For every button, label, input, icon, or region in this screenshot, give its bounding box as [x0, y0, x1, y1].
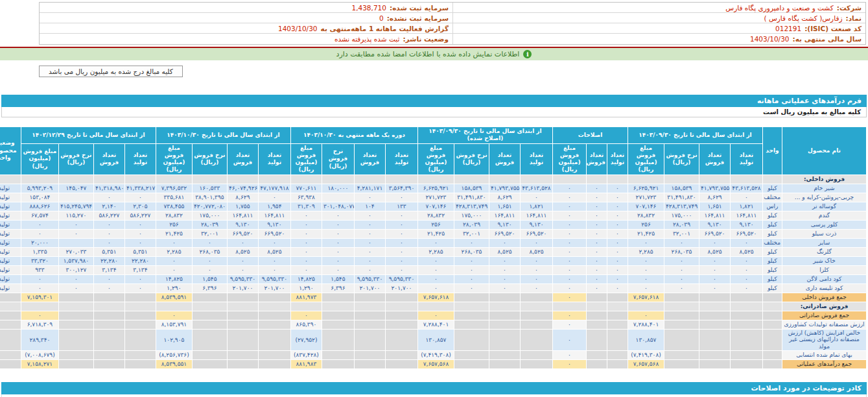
value-cell-13: ۱,۵۴۵	[322, 274, 354, 283]
value-cell-12: ۴,۲۸۱,۱۷۱	[354, 184, 385, 193]
value-cell-14: (۲۷,۹۵۲)	[290, 329, 322, 350]
isic-label: کد صنعت (ISIC):	[804, 25, 865, 32]
value-cell-11	[385, 174, 417, 184]
value-cell-2: ۰	[664, 283, 699, 293]
value-cell-10: ۶,۶۲۵,۹۲۱	[417, 184, 454, 193]
value-cell-15: ۰	[258, 256, 290, 265]
value-cell-6: ۰	[552, 202, 586, 211]
value-cell-1	[699, 311, 731, 320]
product-name-cell: خاک شیر	[782, 256, 867, 265]
value-cell-12: ۰	[354, 220, 385, 229]
value-cell-7	[520, 302, 552, 311]
value-cell-18: ۰	[156, 265, 192, 274]
table-row: گندمکیلو۱۶۴,۸۱۱۱۶۴,۸۱۱۱۷۵,۰۰۰۲۸,۸۳۲۰۰۰۱۶…	[0, 211, 867, 220]
sub-header-g0-c0: تعداد تولید	[731, 143, 763, 174]
value-cell-15: ۰	[258, 238, 290, 247]
status-cell: تولید	[0, 274, 21, 283]
value-cell-17: ۰	[192, 256, 227, 265]
value-cell-5: ۰	[587, 220, 607, 229]
value-cell-15	[258, 174, 290, 184]
value-cell-0: ۹,۱۳۰	[731, 220, 763, 229]
status-cell	[0, 359, 21, 368]
table-row: گلرنگکیلو۸,۵۲۵۸,۵۲۵۲۶۸,۰۳۵۲,۲۸۵۰۰۰۸,۵۲۵۸…	[0, 247, 867, 256]
value-cell-9	[454, 293, 489, 302]
value-cell-14: ۰	[290, 238, 322, 247]
value-cell-22: ۳۳,۳۲۰	[21, 256, 58, 265]
fiscal-year-value: 1403/10/30	[750, 35, 793, 43]
value-cell-22: ۸۸۸,۶۲۶	[21, 202, 58, 211]
value-cell-0	[731, 359, 763, 368]
value-cell-12: ۰	[354, 238, 385, 247]
sub-header-g0-c2: نرخ فروش (ریال)	[664, 143, 699, 174]
value-cell-0	[731, 311, 763, 320]
value-cell-2: ۱۵۸,۵۳۹	[664, 184, 699, 193]
value-cell-8: ۰	[489, 238, 520, 247]
product-name-cell: کود تلیسه داری	[782, 283, 867, 293]
value-cell-0: ۰	[731, 256, 763, 265]
value-cell-9	[454, 350, 489, 359]
value-cell-1: ۶۶۹,۵۲۰	[699, 229, 731, 238]
value-cell-6: ۰	[552, 311, 586, 320]
value-cell-21: ۱,۵۳۷,۹۸۰	[58, 256, 93, 265]
signature-match-text: اطلاعات نمایش داده شده با اطلاعات امضا ش…	[336, 50, 520, 58]
value-cell-10: ۷۰۷,۱۴۶	[417, 202, 454, 211]
product-name-cell: سایر	[782, 238, 867, 247]
column-group-header-0: از ابتدای سال مالی تا تاریخ ۱۴۰۳/۰۹/۳۰	[628, 127, 763, 144]
value-cell-0: ۰	[731, 274, 763, 283]
product-name-cell: کلور پرسی	[782, 220, 867, 229]
value-cell-10: ۲۱,۴۲۵	[417, 229, 454, 238]
unit-cell: کیلو	[763, 274, 782, 283]
value-cell-2: ۰	[664, 265, 699, 274]
value-cell-22: (۷,۰۰۸,۶۷۹)	[21, 350, 58, 359]
value-cell-11: ۰	[385, 247, 417, 256]
unit-cell: کیلو	[763, 283, 782, 293]
unit-cell: مختلف	[763, 238, 782, 247]
sub-header-g2-c1: تعداد فروش	[489, 143, 520, 174]
value-cell-19	[124, 350, 156, 359]
value-cell-8: ۴۱,۷۹۳,۷۵۵	[489, 184, 520, 193]
value-cell-16: ۴۶,۰۷۴,۹۲۶	[227, 184, 258, 193]
value-cell-13	[322, 193, 354, 202]
value-cell-14: ۰	[290, 311, 322, 320]
value-cell-2	[664, 174, 699, 184]
amounts-unit-button[interactable]: کلیه مبالغ درج شده به میلیون ریال می باش…	[39, 66, 183, 77]
value-cell-10: ۲,۲۸۵	[417, 247, 454, 256]
value-cell-17: ۳۸,۹۰۱,۳۹۵	[192, 193, 227, 202]
product-name-cell: گوساله نر	[782, 202, 867, 211]
value-cell-16	[227, 293, 258, 302]
value-cell-14: ۰	[290, 220, 322, 229]
value-cell-20: ۰	[93, 283, 124, 293]
value-cell-10: ۰	[417, 283, 454, 293]
sub-header-g3-c2: نرخ فروش (ریال)	[322, 143, 354, 174]
value-cell-22: ۹۳۳	[21, 265, 58, 274]
value-cell-5: ۰	[587, 283, 607, 293]
value-cell-1: ۰	[699, 256, 731, 265]
value-cell-3: ۰	[628, 265, 664, 274]
value-cell-1: ۰	[699, 265, 731, 274]
symbol-value: زفارس( کشت پگاه فارس )	[764, 14, 846, 22]
value-cell-3: ۷,۶۵۷,۶۱۸	[628, 293, 664, 302]
value-cell-3: ۷,۶۵۷,۵۶۸	[628, 359, 664, 368]
value-cell-15: ۸,۵۲۵	[258, 247, 290, 256]
sub-header-g3-c1: تعداد فروش	[354, 143, 385, 174]
unit-cell: کیلو	[763, 211, 782, 220]
value-cell-2	[664, 350, 699, 359]
value-cell-13: ۳۰۱,۰۴۸,۰۷۷	[322, 202, 354, 211]
value-cell-18: ۱۰۲,۹۰۵	[156, 329, 192, 350]
company-info-table: شرکت: کشت و صنعت و دامپروری پگاه فارس سر…	[39, 2, 866, 45]
value-cell-10: ۲۸,۸۳۲	[417, 211, 454, 220]
value-cell-2: ۱۷۵,۰۰۰	[664, 211, 699, 220]
value-cell-3: ۰	[628, 283, 664, 293]
value-cell-3: ۲۵۶	[628, 220, 664, 229]
value-cell-2: ۲۶۸,۰۳۵	[664, 247, 699, 256]
value-cell-0	[731, 174, 763, 184]
value-cell-5: ۰	[587, 211, 607, 220]
status-cell	[0, 293, 21, 302]
value-cell-13: ۶,۳۹۶	[322, 283, 354, 293]
company-label: شرکت:	[837, 4, 865, 12]
value-cell-19: ۵,۳۵۱	[124, 247, 156, 256]
value-cell-10: ۷,۲۸۸,۴۰۱	[417, 320, 454, 329]
value-cell-19: ۵۸۶,۲۲۷	[124, 211, 156, 220]
value-cell-8: ۰	[489, 256, 520, 265]
value-cell-13	[322, 302, 354, 311]
